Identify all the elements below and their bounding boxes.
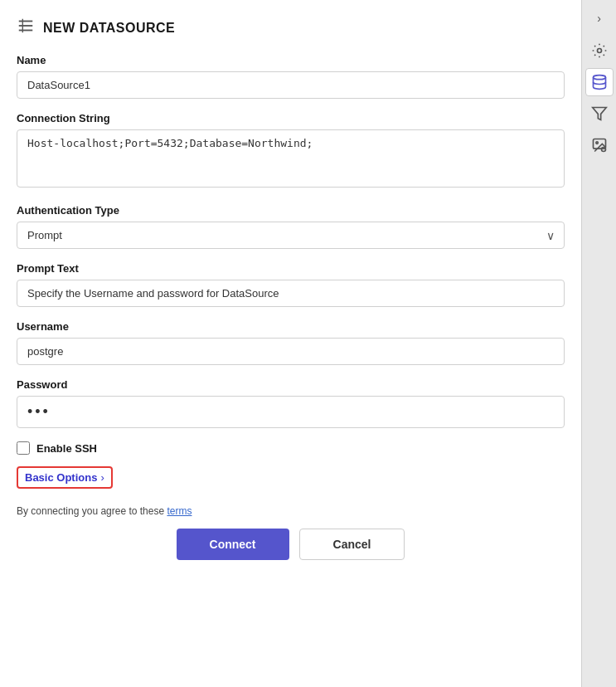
password-label: Password: [17, 378, 565, 391]
prompt-text-input[interactable]: [17, 280, 565, 307]
auth-type-select[interactable]: Prompt None Username/Password: [17, 222, 565, 249]
content-area: NEW DATASOURCE Name Connection String Ho…: [0, 0, 581, 687]
enable-ssh-label: Enable SSH: [36, 442, 97, 455]
right-sidebar: ›: [581, 0, 616, 687]
password-input[interactable]: [17, 396, 565, 428]
settings-icon-button[interactable]: [585, 37, 614, 65]
enable-ssh-checkbox[interactable]: [17, 441, 30, 455]
footer-buttons: Connect Cancel: [17, 529, 565, 577]
connection-string-input[interactable]: Host-localhost;Port=5432;Database=Northw…: [17, 129, 565, 188]
name-label: Name: [17, 54, 565, 66]
username-input[interactable]: [17, 338, 565, 365]
connection-string-label: Connection String: [17, 112, 565, 124]
auth-type-wrapper: Prompt None Username/Password ∨: [17, 222, 565, 249]
enable-ssh-row: Enable SSH: [17, 441, 565, 455]
prompt-text-label: Prompt Text: [17, 262, 565, 275]
name-input[interactable]: [17, 71, 565, 99]
sidebar-expand-button[interactable]: ›: [582, 7, 616, 30]
cancel-button[interactable]: Cancel: [299, 529, 405, 560]
main-panel: NEW DATASOURCE Name Connection String Ho…: [0, 0, 581, 687]
basic-options-button[interactable]: Basic Options ›: [17, 466, 113, 489]
page-title: NEW DATASOURCE: [43, 21, 175, 36]
auth-type-field-group: Authentication Type Prompt None Username…: [17, 204, 565, 249]
username-label: Username: [17, 320, 565, 333]
database-icon-button[interactable]: [585, 68, 614, 96]
name-field-group: Name: [17, 54, 565, 99]
basic-options-label: Basic Options: [25, 471, 97, 484]
image-settings-icon-button[interactable]: [585, 131, 614, 159]
svg-marker-6: [592, 108, 606, 120]
prompt-text-field-group: Prompt Text: [17, 262, 565, 307]
filter-icon-button[interactable]: [585, 100, 614, 128]
svg-point-4: [597, 49, 601, 53]
header: NEW DATASOURCE: [17, 17, 565, 39]
password-field-group: Password: [17, 378, 565, 428]
username-field-group: Username: [17, 320, 565, 365]
svg-point-8: [595, 142, 598, 144]
svg-point-5: [593, 76, 605, 80]
connection-string-field-group: Connection String Host-localhost;Port=54…: [17, 112, 565, 191]
connect-button[interactable]: Connect: [177, 529, 289, 560]
terms-link[interactable]: terms: [167, 505, 192, 517]
footer-agree-text: By connecting you agree to these terms: [17, 505, 565, 517]
auth-type-label: Authentication Type: [17, 204, 565, 217]
datasource-icon: [17, 17, 35, 39]
basic-options-arrow-icon: ›: [100, 471, 104, 484]
